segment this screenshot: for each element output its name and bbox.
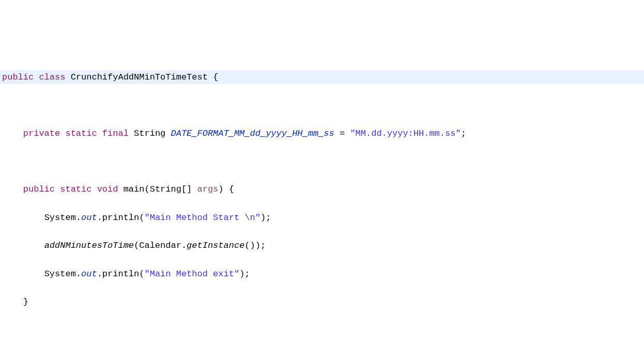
- open-bracket: [: [181, 184, 187, 194]
- keyword-class: class: [39, 72, 65, 82]
- close-paren: ): [218, 184, 223, 194]
- string-literal: "Main Method exit": [144, 269, 239, 279]
- close-paren: ): [255, 241, 260, 250]
- code-line: [0, 323, 644, 337]
- string-literal: "Main Method Start \n": [144, 213, 260, 223]
- calendar: Calendar: [139, 241, 181, 250]
- out-field: out: [81, 213, 97, 223]
- open-paren: (: [144, 184, 149, 194]
- class-name: CrunchifyAddNMinToTimeTest: [71, 72, 208, 82]
- semicolon: ;: [260, 241, 266, 250]
- dot: .: [76, 213, 81, 223]
- code-block: public class CrunchifyAddNMinToTimeTest …: [0, 56, 644, 346]
- const-name: DATE_FORMAT_MM_dd_yyyy_HH_mm_ss: [171, 129, 334, 138]
- code-line: public class CrunchifyAddNMinToTimeTest …: [0, 70, 644, 84]
- code-line: public static void main(String[] args) {: [0, 182, 644, 196]
- open-paren: (: [134, 241, 139, 250]
- open-paren: (: [244, 241, 250, 250]
- equals: =: [340, 129, 345, 138]
- keyword-public: public: [2, 72, 34, 82]
- keyword-static: static: [65, 129, 97, 138]
- println: println: [102, 269, 139, 279]
- semicolon: ;: [461, 129, 466, 138]
- open-brace: {: [229, 184, 234, 194]
- type-string: String: [150, 184, 181, 194]
- dot: .: [181, 241, 187, 250]
- system: System: [44, 269, 76, 279]
- close-paren: ): [250, 241, 255, 250]
- type-string: String: [134, 129, 165, 138]
- close-brace: }: [23, 297, 28, 307]
- method-main: main: [124, 184, 145, 194]
- open-paren: (: [139, 269, 144, 279]
- dot: .: [76, 269, 81, 279]
- code-line: System.out.println("Main Method Start \n…: [0, 211, 644, 225]
- keyword-static: static: [60, 184, 91, 194]
- dot: .: [97, 213, 102, 223]
- close-bracket: ]: [187, 184, 192, 194]
- code-line: [0, 154, 644, 168]
- param-args: args: [197, 184, 219, 194]
- semicolon: ;: [266, 213, 271, 223]
- system: System: [44, 213, 76, 223]
- semicolon: ;: [244, 269, 250, 279]
- dot: .: [97, 269, 102, 279]
- code-line: addNMinutesToTime(Calendar.getInstance()…: [0, 239, 644, 253]
- code-line: [0, 98, 644, 112]
- code-line: }: [0, 295, 644, 309]
- keyword-final: final: [102, 129, 129, 138]
- open-paren: (: [139, 213, 144, 223]
- method-call: addNMinutesToTime: [44, 241, 134, 250]
- close-paren: ): [260, 213, 266, 223]
- open-brace: {: [213, 72, 218, 82]
- code-line: System.out.println("Main Method exit");: [0, 267, 644, 281]
- keyword-void: void: [97, 184, 118, 194]
- close-paren: ): [239, 269, 244, 279]
- out-field: out: [81, 269, 97, 279]
- keyword-private: private: [23, 129, 60, 138]
- keyword-public: public: [23, 184, 55, 194]
- code-line: private static final String DATE_FORMAT_…: [0, 127, 644, 140]
- string-literal: "MM.dd.yyyy:HH.mm.ss": [350, 129, 461, 138]
- println: println: [102, 213, 139, 223]
- getInstance: getInstance: [187, 241, 244, 250]
